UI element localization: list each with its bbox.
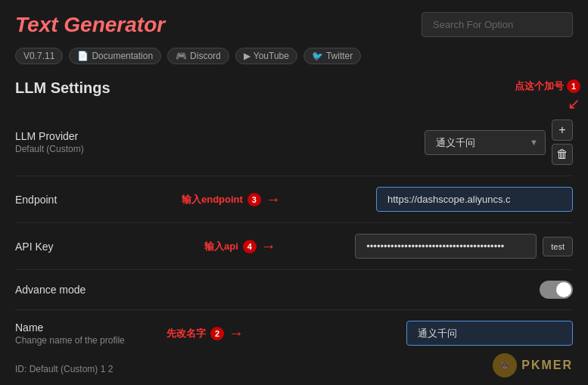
llm-provider-sublabel: Default (Custom) [15,144,84,154]
provider-select[interactable]: 通义千问 [425,130,546,155]
api-key-label-block: API Key [15,241,54,253]
doc-icon: 📄 [77,51,89,61]
name-label: Name [15,321,125,334]
name-row: Name Change name of the profile 先改名字 2 → [15,310,573,356]
advance-mode-label: Advance mode [15,284,86,296]
annotation-name: 先改名字 2 → [166,324,244,342]
llm-provider-label-block: LLM Provider Default (Custom) [15,130,84,154]
header: Text Generator [0,0,588,43]
endpoint-row: Endpoint 输入endpoint 3 → [15,176,573,223]
advance-mode-controls [540,281,573,299]
main-content: LLM Provider Default (Custom) 通义千问 ▼ + 🗑… [0,109,588,356]
advance-mode-row: Advance mode [15,270,573,310]
youtube-icon: ▶ [244,51,250,61]
name-input[interactable] [406,321,573,346]
api-key-row: API Key 输入api 4 → test [15,223,573,270]
api-key-input[interactable] [355,234,537,259]
endpoint-label-block: Endpoint [15,194,57,206]
delete-provider-button[interactable]: 🗑 [552,144,573,165]
toggle-knob [556,282,571,297]
endpoint-input[interactable] [376,187,573,212]
pkmer-watermark: 🐻 PKMER [493,353,573,377]
version-badge: V0.7.11 [15,48,63,64]
endpoint-label: Endpoint [15,194,57,206]
nav-twitter[interactable]: 🐦 Twitter [303,48,361,64]
section-title: LLM Settings [0,72,588,109]
llm-provider-label: LLM Provider [15,130,84,142]
provider-dropdown-wrapper: 通义千问 ▼ [425,130,546,155]
search-input[interactable] [422,12,573,37]
llm-provider-controls: 通义千问 ▼ + 🗑 [425,120,573,165]
name-label-block: Name Change name of the profile [15,321,125,346]
advance-mode-toggle[interactable] [540,281,573,299]
discord-icon: 🎮 [176,51,187,61]
add-provider-button[interactable]: + [552,120,573,141]
twitter-icon: 🐦 [312,51,323,61]
name-sublabel: Change name of the profile [15,335,125,346]
app-title: Text Generator [15,13,165,37]
annotation-api: 输入api 4 → [204,238,276,255]
name-controls [406,321,573,346]
test-api-button[interactable]: test [543,237,573,256]
add-delete-buttons: + 🗑 [552,120,573,165]
nav-documentation[interactable]: 📄 Documentation [69,48,161,64]
nav-discord[interactable]: 🎮 Discord [167,48,229,64]
nav-youtube[interactable]: ▶ YouTube [235,48,297,64]
annotation-endpoint: 输入endpoint 3 → [182,191,281,208]
advance-mode-label-block: Advance mode [15,284,86,296]
pkmer-text: PKMER [521,359,573,372]
llm-provider-row: LLM Provider Default (Custom) 通义千问 ▼ + 🗑 [15,109,573,176]
pkmer-logo: 🐻 [493,353,517,377]
api-key-label: API Key [15,241,54,253]
endpoint-controls [376,187,573,212]
api-key-controls: test [355,234,573,259]
nav-bar: V0.7.11 📄 Documentation 🎮 Discord ▶ YouT… [0,43,588,72]
